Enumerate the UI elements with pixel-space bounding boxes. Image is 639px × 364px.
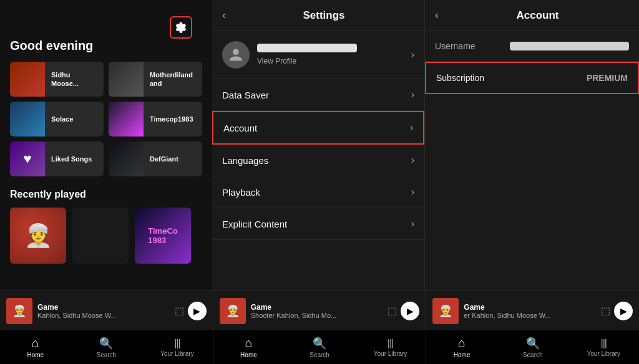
- grid-thumb-solace: [10, 102, 45, 136]
- now-playing-3[interactable]: 👳 Game er Kahlon, Sidhu Moose W... ⬚ ▶: [426, 291, 639, 330]
- np-play-button-2[interactable]: ▶: [401, 302, 419, 320]
- settings-item-languages[interactable]: Languages ›: [212, 145, 424, 176]
- np-title-1: Game: [37, 303, 170, 312]
- np-info-3: Game er Kahlon, Sidhu Moose W...: [464, 303, 596, 319]
- left-header: [10, 10, 202, 39]
- settings-item-playback[interactable]: Playback ›: [212, 176, 424, 208]
- username-value-bar: [510, 42, 629, 50]
- settings-back-button[interactable]: ‹: [222, 9, 226, 22]
- np-device-icon-1[interactable]: ⬚: [175, 305, 184, 317]
- np-play-button-1[interactable]: ▶: [188, 302, 207, 320]
- home-label-1: Home: [27, 352, 44, 358]
- home-icon-2: ⌂: [245, 336, 252, 350]
- quick-access-grid: Sidhu Moose... Motherdiland and Solace T…: [10, 62, 202, 176]
- settings-item-data-saver[interactable]: Data Saver ›: [212, 79, 424, 111]
- nav-home-1[interactable]: ⌂ Home: [0, 336, 71, 358]
- search-label-3: Search: [523, 352, 543, 358]
- profile-avatar: [222, 41, 250, 69]
- recently-played-title: Recently played: [10, 189, 202, 200]
- grid-thumb-liked: ♥: [10, 141, 45, 176]
- grid-item-defgiant[interactable]: DefGiant: [109, 141, 202, 176]
- username-label: Username: [435, 41, 510, 51]
- account-back-button[interactable]: ‹: [435, 9, 439, 22]
- nav-home-3[interactable]: ⌂ Home: [426, 336, 497, 358]
- settings-header: ‹ Settings: [212, 0, 424, 31]
- bottom-nav-segment-3: ⌂ Home 🔍 Search ||| Your Library: [426, 330, 639, 364]
- grid-label-defgiant: DefGiant: [144, 155, 185, 163]
- explicit-chevron-icon: ›: [411, 218, 414, 229]
- grid-item-sidhu[interactable]: Sidhu Moose...: [10, 62, 104, 97]
- grid-item-liked[interactable]: ♥ Liked Songs: [10, 141, 104, 176]
- recent-item-2[interactable]: [72, 208, 129, 267]
- settings-item-explicit[interactable]: Explicit Content ›: [212, 208, 424, 240]
- explicit-label: Explicit Content: [222, 219, 411, 229]
- nav-library-1[interactable]: ||| Your Library: [142, 338, 213, 357]
- account-panel: ‹ Account Username Subscription PREMIUM: [424, 0, 639, 290]
- settings-title: Settings: [233, 9, 414, 22]
- library-label-3: Your Library: [587, 350, 620, 357]
- subscription-label: Subscription: [436, 73, 587, 83]
- account-chevron-icon: ›: [410, 122, 413, 133]
- now-playing-2[interactable]: 👳 Game Shooter Kahlon, Sidhu Mo... ⬚ ▶: [213, 291, 427, 330]
- grid-item-motherland[interactable]: Motherdiland and: [109, 62, 202, 97]
- subscription-value: PREMIUM: [587, 73, 628, 83]
- recent-item-1[interactable]: 👳: [10, 208, 66, 267]
- library-icon-1: |||: [174, 338, 180, 349]
- languages-label: Languages: [222, 155, 411, 166]
- profile-row[interactable]: View Profile ›: [212, 31, 424, 79]
- account-title: Account: [446, 9, 629, 22]
- settings-item-account[interactable]: Account ›: [212, 111, 424, 145]
- profile-chevron-icon: ›: [411, 49, 414, 60]
- np-thumb-2: 👳: [220, 298, 246, 324]
- nav-search-2[interactable]: 🔍 Search: [284, 337, 355, 358]
- nav-home-2[interactable]: ⌂ Home: [213, 336, 285, 358]
- library-icon-3: |||: [601, 338, 607, 349]
- np-thumb-3: 👳: [432, 298, 459, 324]
- grid-thumb-defgiant: [109, 141, 144, 176]
- nav-search-1[interactable]: 🔍 Search: [71, 337, 142, 358]
- left-panel: Good evening Sidhu Moose... Motherdiland…: [0, 0, 212, 290]
- settings-gear-button[interactable]: [170, 16, 192, 39]
- grid-label-solace: Solace: [45, 115, 79, 123]
- bottom-nav-segment-1: ⌂ Home 🔍 Search ||| Your Library: [0, 330, 213, 364]
- data-saver-chevron-icon: ›: [411, 89, 414, 100]
- grid-label-sidhu: Sidhu Moose...: [45, 70, 104, 89]
- np-thumb-1: 👳: [6, 298, 32, 324]
- np-info-2: Game Shooter Kahlon, Sidhu Mo...: [251, 303, 383, 319]
- recent-thumb-3: TimeCo1983: [135, 208, 191, 264]
- home-icon-3: ⌂: [458, 336, 466, 350]
- library-label-2: Your Library: [374, 350, 407, 357]
- np-controls-2: ⬚ ▶: [388, 302, 419, 320]
- bottom-nav-container: ⌂ Home 🔍 Search ||| Your Library ⌂ Home …: [0, 330, 639, 364]
- data-saver-label: Data Saver: [222, 90, 411, 100]
- profile-info: View Profile: [257, 44, 411, 66]
- grid-label-timecop: Timecop1983: [144, 115, 200, 123]
- search-label-1: Search: [97, 352, 117, 358]
- grid-label-motherland: Motherdiland and: [144, 70, 202, 89]
- np-play-button-3[interactable]: ▶: [614, 302, 633, 320]
- recent-thumb-2: [72, 208, 129, 264]
- home-label-2: Home: [240, 352, 257, 358]
- np-artist-2: Shooter Kahlon, Sidhu Mo...: [251, 312, 383, 319]
- np-controls-3: ⬚ ▶: [601, 302, 633, 320]
- np-device-icon-2[interactable]: ⬚: [388, 305, 397, 317]
- np-device-icon-3[interactable]: ⬚: [601, 305, 610, 317]
- grid-thumb-timecop: [109, 102, 144, 136]
- nav-library-3[interactable]: ||| Your Library: [568, 338, 639, 357]
- search-icon-2: 🔍: [313, 337, 326, 350]
- now-playing-1[interactable]: 👳 Game Kahlon, Sidhu Moose W... ⬚ ▶: [0, 291, 213, 330]
- search-label-2: Search: [310, 352, 329, 358]
- grid-item-solace[interactable]: Solace: [10, 102, 104, 136]
- nav-library-2[interactable]: ||| Your Library: [355, 338, 426, 357]
- nav-search-3[interactable]: 🔍 Search: [497, 337, 568, 358]
- np-info-1: Game Kahlon, Sidhu Moose W...: [37, 303, 170, 319]
- greeting-text: Good evening: [10, 39, 202, 53]
- grid-item-timecop[interactable]: Timecop1983: [109, 102, 202, 136]
- recent-item-3[interactable]: TimeCo1983: [135, 208, 191, 267]
- grid-label-liked: Liked Songs: [45, 155, 98, 163]
- np-artist-3: er Kahlon, Sidhu Moose W...: [464, 312, 596, 319]
- subscription-row[interactable]: Subscription PREMIUM: [425, 62, 639, 94]
- account-label: Account: [223, 123, 410, 133]
- np-title-3: Game: [464, 303, 596, 312]
- playback-label: Playback: [222, 187, 411, 198]
